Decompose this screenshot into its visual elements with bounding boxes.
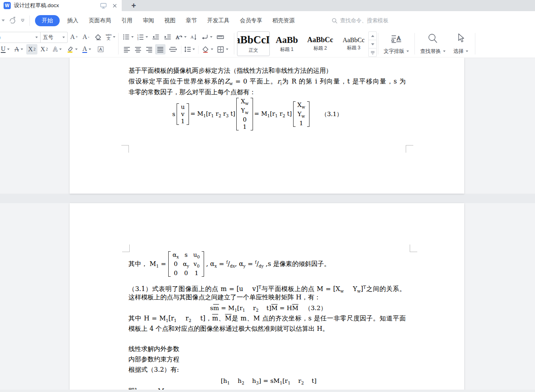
- equation-h: [h1 h2 h3] = sM1[r1 r2 t]: [221, 376, 317, 387]
- text-layout-icon: A: [390, 33, 402, 45]
- styles-gallery-scroll: [368, 31, 377, 57]
- strikethrough-button[interactable]: A: [13, 44, 25, 54]
- numbered-list-button[interactable]: 123: [136, 32, 149, 42]
- superscript-button[interactable]: X2: [26, 44, 37, 54]
- font-combos: 宋体 (正文) 五号: [0, 32, 68, 43]
- menu-tab[interactable]: 插入: [62, 15, 84, 26]
- text-direction-icon: A: [175, 33, 183, 41]
- equation-3-2: sm = M1[r1 r2 t]M = HM （3.2）: [210, 304, 327, 314]
- tab-ruler-button[interactable]: [215, 32, 226, 42]
- styles-more-button[interactable]: [369, 49, 376, 56]
- highlight-color-button[interactable]: [65, 44, 79, 54]
- font-name-select[interactable]: 宋体 (正文): [0, 32, 32, 43]
- paragraph: 其中 H = M1[r1 r2 t]，m、M是 m、M 点的齐次坐标，s 是任一…: [128, 314, 406, 325]
- increase-indent-button[interactable]: [162, 32, 173, 42]
- menu-tab[interactable]: 开始: [35, 15, 60, 26]
- borders-button[interactable]: [216, 44, 229, 54]
- menubar: 开始插入页面布局引用审阅视图章节开发工具会员专享稻壳资源 查找命令、搜索模板: [0, 11, 535, 30]
- text-layout-button[interactable]: A 文字排版: [379, 31, 414, 56]
- align-left-button[interactable]: [122, 44, 132, 54]
- group-divider: [475, 33, 475, 54]
- text-direction-button[interactable]: A: [174, 32, 187, 42]
- decrease-font-button[interactable]: A-: [81, 32, 91, 42]
- divider: [29, 16, 30, 26]
- line-spacing-button[interactable]: [183, 44, 196, 54]
- font-color-button[interactable]: A: [80, 44, 93, 54]
- style-card[interactable]: AaBbCc 标题 3: [337, 31, 370, 56]
- sort-button[interactable]: A: [189, 32, 199, 42]
- group-divider: [414, 33, 415, 54]
- increase-indent-icon: [164, 33, 171, 41]
- justify-button[interactable]: [155, 44, 165, 54]
- underline-button[interactable]: U: [0, 44, 11, 54]
- menu-tab[interactable]: 视图: [159, 15, 181, 26]
- paragraph-wrap-button[interactable]: [200, 32, 213, 42]
- redo-icon[interactable]: [9, 16, 16, 25]
- command-search[interactable]: 查找命令、搜索模板: [331, 11, 389, 30]
- align-center-button[interactable]: [133, 44, 143, 54]
- bullet-list-icon: [123, 33, 130, 41]
- paragraph: 线性求解内外参数: [128, 345, 179, 353]
- menu-tab[interactable]: 章节: [181, 15, 202, 26]
- customize-quick-access-icon[interactable]: [20, 17, 25, 24]
- paragraph: 内部参数约束方程: [128, 355, 179, 364]
- document-title: 设计过程草稿.docx: [14, 2, 99, 9]
- wps-writer-window: W 设计过程草稿.docx + 开始插入页面布局引用审阅视图章节开发工具会员专享…: [0, 0, 535, 392]
- align-right-button[interactable]: [144, 44, 154, 54]
- menu-tab[interactable]: 开发工具: [202, 15, 235, 26]
- menu-tab[interactable]: 会员专享: [235, 15, 267, 26]
- character-border-button[interactable]: A: [95, 44, 106, 54]
- search-icon: [331, 17, 338, 24]
- decrease-indent-icon: [152, 33, 159, 41]
- undo-dropdown-icon[interactable]: [2, 19, 5, 21]
- search-placeholder: 查找命令、搜索模板: [340, 17, 389, 24]
- font-name-dropdown-icon[interactable]: [32, 32, 40, 43]
- align-right-icon: [146, 46, 153, 53]
- column-vector: XwYw1: [293, 101, 310, 127]
- shading-button[interactable]: [200, 44, 214, 54]
- styles-scroll-down-button[interactable]: [369, 40, 376, 49]
- font-size-dropdown-icon[interactable]: [59, 32, 67, 43]
- wps-writer-logo: W: [4, 2, 11, 9]
- margin-corner-mark: [410, 245, 417, 252]
- style-card[interactable]: AaBbCcDd 正文: [237, 31, 270, 56]
- text-effects-button[interactable]: A: [51, 44, 64, 54]
- new-tab-button[interactable]: +: [128, 0, 139, 11]
- ribbon-toolbar: 宋体 (正文) 五号 A+ A- wén 文 U A X2 X2: [0, 30, 535, 58]
- font-size-select[interactable]: 五号: [41, 32, 59, 43]
- screen-share-icon[interactable]: [99, 2, 107, 10]
- eraser-icon: [94, 33, 102, 41]
- pinyin-guide-button[interactable]: wén 文: [104, 32, 117, 42]
- equation-3-1: s uv1 = M1[r1 r2 r3 t] XwYw01 = M1[r1 r2…: [172, 97, 342, 131]
- shading-icon: [202, 46, 209, 53]
- menu-tab[interactable]: 页面布局: [84, 15, 116, 26]
- increase-font-button[interactable]: A+: [69, 32, 79, 42]
- styles-scroll-up-button[interactable]: [369, 32, 376, 40]
- styles-gallery: AaBbCcDd 正文 AaBb 标题 1 AaBbCc 标题 2 AaBbCc…: [237, 31, 371, 56]
- decrease-indent-button[interactable]: [150, 32, 161, 42]
- style-card[interactable]: AaBbCc 标题 2: [304, 31, 337, 56]
- distribute-button[interactable]: [167, 44, 179, 54]
- margin-corner-mark: [406, 145, 413, 153]
- page-1[interactable]: 基于平面模板的摄像机两步标定方法（指线性方法和非线性方法的运用） 假设标定平面位…: [70, 58, 464, 194]
- titlebar: W 设计过程草稿.docx +: [0, 0, 535, 11]
- document-canvas[interactable]: 基于平面模板的摄像机两步标定方法（指线性方法和非线性方法的运用） 假设标定平面位…: [0, 58, 535, 392]
- subscript-button[interactable]: X2: [39, 44, 49, 54]
- paragraph: 非零的常数因子，那么对平面上每个点都有：: [128, 88, 256, 97]
- wrap-return-icon: [201, 33, 208, 41]
- bullet-list-button[interactable]: [122, 32, 134, 42]
- select-button[interactable]: 选择: [449, 31, 473, 56]
- svg-text:A: A: [176, 35, 179, 40]
- quick-access-toolbar: [0, 11, 30, 30]
- numbered-list-icon: 123: [137, 33, 144, 41]
- style-card[interactable]: AaBb 标题 1: [270, 31, 303, 56]
- menu-tab[interactable]: 稻壳资源: [267, 15, 300, 26]
- close-tab-icon[interactable]: [111, 2, 119, 10]
- page-2[interactable]: 其中， M1 = αxsu00αyv0001 , αx = f/dx, αy =…: [70, 203, 464, 392]
- menu-tab[interactable]: 审阅: [138, 15, 159, 26]
- clear-format-button[interactable]: [93, 32, 103, 42]
- find-replace-button[interactable]: 查找替换: [415, 31, 450, 56]
- column-vector: uv1: [177, 103, 189, 125]
- menu-tab[interactable]: 引用: [116, 15, 138, 26]
- document-tab[interactable]: W 设计过程草稿.docx: [0, 0, 122, 11]
